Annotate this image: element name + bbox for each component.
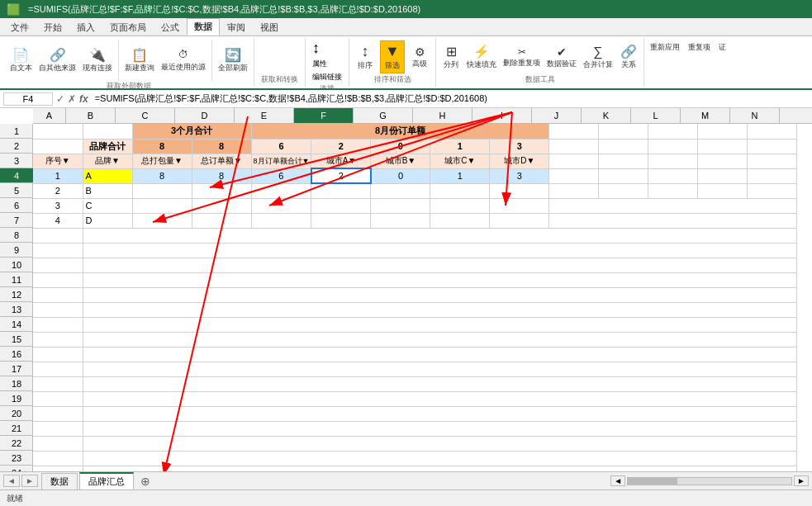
cell-b7[interactable]: D bbox=[83, 213, 132, 228]
btn-sort[interactable]: ↕ 排序 bbox=[353, 41, 378, 73]
btn-reapply[interactable]: 重新应用 bbox=[648, 41, 682, 54]
row-header-14[interactable]: 14 bbox=[0, 317, 33, 332]
btn-filter[interactable]: ▼ 筛选 bbox=[380, 40, 405, 73]
sheet-tab-brand-summary[interactable]: 品牌汇总 bbox=[79, 472, 134, 489]
row-header-21[interactable]: 21 bbox=[0, 421, 33, 436]
cell-e3[interactable]: 8月订单额合计▼ bbox=[251, 154, 311, 168]
cell-k3[interactable] bbox=[599, 154, 648, 168]
btn-advanced[interactable]: ⚙ 高级 bbox=[407, 44, 432, 71]
tab-review[interactable]: 审阅 bbox=[220, 19, 253, 35]
col-header-m[interactable]: M bbox=[681, 108, 730, 123]
cell-g3[interactable]: 城市B▼ bbox=[371, 154, 430, 168]
cell-m5[interactable] bbox=[698, 183, 748, 198]
cell-n2[interactable] bbox=[748, 139, 797, 154]
btn-cert[interactable]: 证 bbox=[716, 41, 729, 54]
row-header-5[interactable]: 5 bbox=[0, 183, 33, 198]
row-header-3[interactable]: 3 bbox=[0, 154, 33, 168]
cell-i4[interactable]: 3 bbox=[490, 168, 549, 183]
cell-i7[interactable] bbox=[490, 213, 549, 228]
cell-k1[interactable] bbox=[599, 124, 648, 139]
cell-h3[interactable]: 城市C▼ bbox=[430, 154, 490, 168]
cell-g7[interactable] bbox=[371, 213, 430, 228]
col-header-k[interactable]: K bbox=[582, 108, 631, 123]
formula-input[interactable] bbox=[92, 93, 809, 105]
col-header-i[interactable]: I bbox=[472, 108, 532, 123]
cell-c2[interactable]: 8 bbox=[132, 139, 192, 154]
cell-a1[interactable] bbox=[33, 124, 83, 139]
row-header-13[interactable]: 13 bbox=[0, 302, 33, 317]
sheet-tab-add[interactable]: ⊕ bbox=[135, 473, 155, 489]
cell-j1[interactable] bbox=[549, 124, 599, 139]
tab-file[interactable]: 文件 bbox=[3, 19, 36, 35]
cell-e7[interactable] bbox=[251, 213, 311, 228]
row-header-2[interactable]: 2 bbox=[0, 139, 33, 154]
cell-h2[interactable]: 1 bbox=[430, 139, 490, 154]
cell-c5[interactable] bbox=[132, 183, 192, 198]
cell-f3[interactable]: 城市A▼ bbox=[311, 154, 371, 168]
cell-e1[interactable]: 8月份订单额 bbox=[251, 124, 549, 139]
tab-data[interactable]: 数据 bbox=[187, 18, 220, 35]
cell-e4[interactable]: 6 bbox=[251, 168, 311, 183]
cell-e2[interactable]: 6 bbox=[251, 139, 311, 154]
row-header-18[interactable]: 18 bbox=[0, 376, 33, 391]
btn-relation[interactable]: 🔗 关系 bbox=[617, 42, 640, 72]
col-header-b[interactable]: B bbox=[66, 108, 116, 123]
cell-c3[interactable]: 总打包量▼ bbox=[132, 154, 192, 168]
cell-b2[interactable]: 品牌合计 bbox=[83, 139, 132, 154]
btn-properties[interactable]: 属性 bbox=[309, 58, 345, 70]
cell-j3[interactable] bbox=[549, 154, 599, 168]
row-header-20[interactable]: 20 bbox=[0, 406, 33, 421]
cell-b1[interactable] bbox=[83, 124, 132, 139]
cell-k2[interactable] bbox=[599, 139, 648, 154]
cell-c1[interactable]: 3个月合计 bbox=[132, 124, 251, 139]
cell-d7[interactable] bbox=[192, 213, 251, 228]
formula-fx-icon[interactable]: fx bbox=[79, 93, 88, 105]
btn-data-validate[interactable]: ✔ 数据验证 bbox=[544, 44, 579, 71]
row-header-10[interactable]: 10 bbox=[0, 258, 33, 272]
sheet-tab-data[interactable]: 数据 bbox=[41, 473, 78, 489]
btn-existing-conn[interactable]: 🔌 现有连接 bbox=[80, 45, 115, 75]
sheet-tab-scroll-left[interactable]: ◄ bbox=[3, 475, 20, 487]
row-header-16[interactable]: 16 bbox=[0, 347, 33, 362]
row-header-23[interactable]: 23 bbox=[0, 451, 33, 466]
cell-f5[interactable] bbox=[311, 183, 371, 198]
col-header-e[interactable]: E bbox=[235, 108, 294, 123]
cell-j5[interactable] bbox=[549, 183, 599, 198]
btn-quick-fill[interactable]: ⚡ 快速填充 bbox=[464, 42, 499, 72]
btn-self-text[interactable]: 📄 自文本 bbox=[7, 45, 35, 75]
cell-c7[interactable] bbox=[132, 213, 192, 228]
cell-c6[interactable] bbox=[132, 198, 192, 213]
scroll-right-icon[interactable]: ► bbox=[794, 475, 809, 486]
row-header-15[interactable]: 15 bbox=[0, 332, 33, 347]
cell-n4[interactable] bbox=[748, 168, 797, 183]
cell-l3[interactable] bbox=[648, 154, 698, 168]
cell-b6[interactable]: C bbox=[83, 198, 132, 213]
cell-a4[interactable]: 1 bbox=[33, 168, 83, 183]
tab-formula[interactable]: 公式 bbox=[154, 19, 187, 35]
cell-k5[interactable] bbox=[599, 183, 648, 198]
cell-n5[interactable] bbox=[748, 183, 797, 198]
row-header-6[interactable]: 6 bbox=[0, 198, 33, 213]
btn-remove-dup[interactable]: ✂ 删除重复项 bbox=[501, 45, 543, 70]
cell-l2[interactable] bbox=[648, 139, 698, 154]
btn-recent-sources[interactable]: ⏱ 最近使用的源 bbox=[159, 47, 208, 74]
horizontal-scrollbar[interactable]: ◄ ► bbox=[610, 475, 809, 486]
cell-n3[interactable] bbox=[748, 154, 797, 168]
scroll-left-icon[interactable]: ◄ bbox=[610, 475, 625, 486]
row-header-8[interactable]: 8 bbox=[0, 228, 33, 243]
cell-d5[interactable] bbox=[192, 183, 251, 198]
cell-i6[interactable] bbox=[490, 198, 549, 213]
cell-b3[interactable]: 品牌▼ bbox=[83, 154, 132, 168]
cell-g5[interactable] bbox=[371, 183, 430, 198]
btn-repeat[interactable]: 重复项 bbox=[686, 41, 713, 54]
cell-a7[interactable]: 4 bbox=[33, 213, 83, 228]
cell-h6[interactable] bbox=[430, 198, 490, 213]
cell-d2[interactable]: 8 bbox=[192, 139, 251, 154]
col-header-f[interactable]: F bbox=[294, 108, 354, 123]
cell-f7[interactable] bbox=[311, 213, 371, 228]
cell-d6[interactable] bbox=[192, 198, 251, 213]
tab-view[interactable]: 视图 bbox=[253, 19, 286, 35]
col-header-a[interactable]: A bbox=[33, 108, 66, 123]
col-header-l[interactable]: L bbox=[631, 108, 681, 123]
row-header-17[interactable]: 17 bbox=[0, 362, 33, 376]
